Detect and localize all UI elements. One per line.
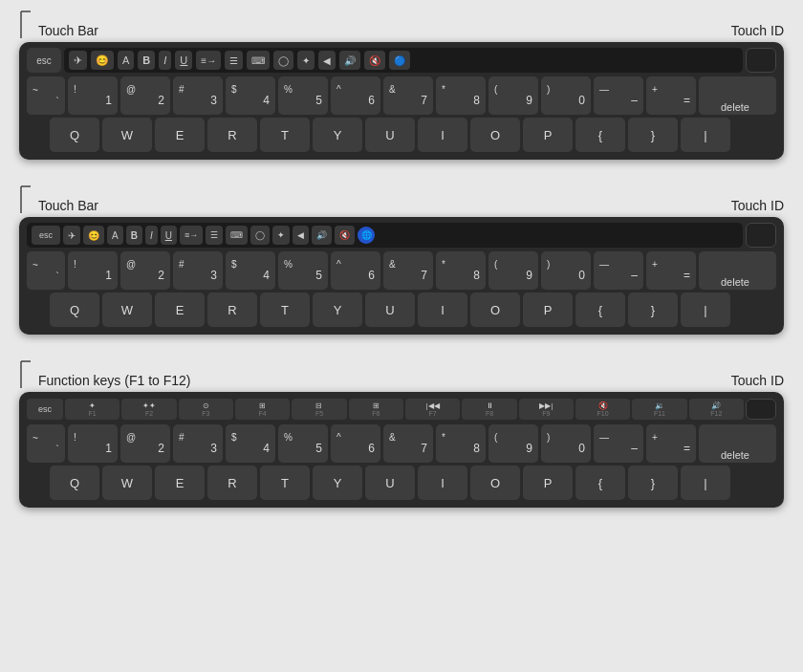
key-u[interactable]: U [365, 118, 415, 152]
fn-f8[interactable]: ⏸F8 [462, 399, 516, 420]
tb-circle[interactable]: ◯ [273, 51, 293, 70]
key-3-1[interactable]: !1 [68, 424, 118, 463]
key-3-pipe[interactable]: | [681, 466, 730, 500]
tb2-bold[interactable]: B [126, 226, 142, 245]
touch-id-btn2[interactable] [746, 223, 776, 248]
tb-send[interactable]: ✈ [69, 51, 87, 70]
key-3-w[interactable]: W [102, 466, 152, 500]
key-3-6[interactable]: ^6 [331, 424, 380, 463]
tb-siri[interactable]: 🔵 [389, 51, 410, 70]
key-i[interactable]: I [418, 118, 467, 152]
tb-keyboard[interactable]: ⌨ [247, 51, 270, 70]
key-2-w[interactable]: W [102, 293, 152, 327]
key-minus[interactable]: —– [594, 76, 643, 115]
fn-esc[interactable]: esc [27, 399, 63, 420]
tb-volume[interactable]: 🔊 [339, 51, 360, 70]
tb2-kbd[interactable]: ⌨ [226, 226, 248, 245]
key-w[interactable]: W [102, 118, 152, 152]
tb-brightness[interactable]: ✦ [297, 51, 315, 70]
key-2-8[interactable]: *8 [436, 251, 486, 290]
key-2-2[interactable]: @2 [120, 251, 170, 290]
key-3-e[interactable]: E [155, 466, 205, 500]
key-r[interactable]: R [207, 118, 257, 152]
fn-f10[interactable]: 🔇F10 [575, 399, 630, 420]
key-2-4[interactable]: $4 [226, 251, 275, 290]
tb2-align[interactable]: ≡→ [180, 226, 203, 245]
tb-underline[interactable]: U [175, 51, 192, 70]
touch-id-btn3[interactable] [746, 399, 776, 420]
key-2-q[interactable]: Q [50, 293, 99, 327]
key-2-minus[interactable]: —– [594, 251, 643, 290]
key-rbrace[interactable]: } [628, 118, 678, 152]
key-3[interactable]: #3 [173, 76, 223, 115]
fn-f9[interactable]: ▶▶|F9 [519, 399, 574, 420]
key-2-1[interactable]: !1 [68, 251, 118, 290]
key-2-lbrace[interactable]: { [575, 293, 625, 327]
key-2-3[interactable]: #3 [173, 251, 223, 290]
key-3-i[interactable]: I [418, 466, 467, 500]
key-3-4[interactable]: $4 [226, 424, 275, 463]
key-p[interactable]: P [523, 118, 573, 152]
key-t[interactable]: T [260, 118, 310, 152]
tb-esc[interactable]: esc [32, 226, 60, 245]
fn-f2[interactable]: ✦✦F2 [121, 399, 176, 420]
key-delete2[interactable]: delete [699, 251, 776, 290]
key-2-pipe[interactable]: | [681, 293, 730, 327]
key-3-t[interactable]: T [260, 466, 310, 500]
key-3-0[interactable]: )0 [541, 424, 591, 463]
key-3-y[interactable]: Y [313, 466, 362, 500]
key-3-p[interactable]: P [523, 466, 573, 500]
key-2-0[interactable]: )0 [541, 251, 591, 290]
key-2-e[interactable]: E [155, 293, 205, 327]
key-equals[interactable]: += [646, 76, 696, 115]
key-3-q[interactable]: Q [50, 466, 99, 500]
key-3-r[interactable]: R [207, 466, 257, 500]
tb-align[interactable]: ≡→ [196, 51, 221, 70]
key-3-rbrace[interactable]: } [628, 466, 678, 500]
key-3-5[interactable]: %5 [278, 424, 328, 463]
fn-f6[interactable]: ⊞F6 [349, 399, 403, 420]
key-6[interactable]: ^6 [331, 76, 380, 115]
key-3-2[interactable]: @2 [120, 424, 170, 463]
key-delete3[interactable]: delete [699, 424, 776, 463]
fn-f7[interactable]: |◀◀F7 [405, 399, 460, 420]
tb2-emoji[interactable]: 😊 [83, 226, 104, 245]
key-2-y[interactable]: Y [313, 293, 362, 327]
tb2-circle[interactable]: ◯ [250, 226, 270, 245]
tb-italic[interactable]: I [159, 51, 171, 70]
key-q[interactable]: Q [50, 118, 99, 152]
tb2-siri[interactable]: 🌐 [358, 227, 375, 244]
tb2-volume[interactable]: 🔊 [312, 226, 332, 245]
key-3-7[interactable]: &7 [383, 424, 433, 463]
key-tilde1[interactable]: ~ ` [27, 76, 65, 115]
key-3-u[interactable]: U [365, 466, 415, 500]
key-4[interactable]: $4 [226, 76, 275, 115]
key-0[interactable]: )0 [541, 76, 591, 115]
key-2-o[interactable]: O [470, 293, 520, 327]
key-7[interactable]: &7 [383, 76, 433, 115]
fn-f1[interactable]: ✦F1 [65, 399, 119, 420]
tb2-italic[interactable]: I [145, 226, 158, 245]
fn-f11[interactable]: 🔉F11 [632, 399, 686, 420]
key-lbrace[interactable]: { [575, 118, 625, 152]
key-e[interactable]: E [155, 118, 205, 152]
key-2-5[interactable]: %5 [278, 251, 328, 290]
key-1[interactable]: !1 [68, 76, 118, 115]
key-3-8[interactable]: *8 [436, 424, 486, 463]
key-2-r[interactable]: R [207, 293, 257, 327]
key-3-lbrace[interactable]: { [575, 466, 625, 500]
fn-f4[interactable]: ⊞F4 [235, 399, 290, 420]
tb2-font-a[interactable]: A [107, 226, 123, 245]
tb-bold[interactable]: B [138, 51, 155, 70]
key-2-6[interactable]: ^6 [331, 251, 380, 290]
key-2-p[interactable]: P [523, 293, 573, 327]
tb-back[interactable]: ◀ [318, 51, 336, 70]
tb2-back[interactable]: ◀ [293, 226, 309, 245]
key-tilde3[interactable]: ~ ` [27, 424, 65, 463]
tb2-send[interactable]: ✈ [63, 226, 80, 245]
tb2-underline[interactable]: U [161, 226, 177, 245]
key-9[interactable]: (9 [488, 76, 538, 115]
key-y[interactable]: Y [313, 118, 362, 152]
key-delete1[interactable]: delete [699, 76, 776, 115]
tb-emoji[interactable]: 😊 [91, 51, 114, 70]
